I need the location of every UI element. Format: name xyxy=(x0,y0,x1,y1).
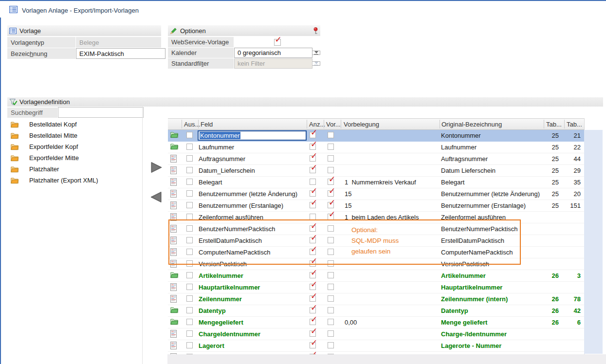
anz-checkbox[interactable]: ✓ xyxy=(310,202,316,208)
column-header-5[interactable]: Original-Bezeichnung xyxy=(441,121,502,128)
anz-checkbox[interactable]: ✓ xyxy=(310,225,316,232)
vor-checkbox[interactable] xyxy=(328,342,334,348)
folder-item[interactable]: Bestelldatei Kopf xyxy=(7,119,106,130)
vor-checkbox[interactable] xyxy=(328,295,334,302)
table-row[interactable]: Zeilennummer✓Zeilennummer (intern)2678 xyxy=(168,293,584,305)
search-input[interactable] xyxy=(58,107,144,118)
aus-checkbox[interactable] xyxy=(186,190,193,197)
vor-checkbox[interactable] xyxy=(328,249,334,255)
aus-checkbox[interactable] xyxy=(186,167,193,173)
vor-checkbox[interactable]: ✓ xyxy=(328,202,334,208)
folder-item[interactable]: Exportfelder Kopf xyxy=(7,141,106,152)
anz-checkbox[interactable]: ✓ xyxy=(310,284,316,290)
vor-checkbox[interactable] xyxy=(328,144,334,150)
anz-checkbox[interactable]: ✓ xyxy=(310,330,316,337)
table-row[interactable]: Lagerort✓Lagerorte - Nummer xyxy=(168,340,584,352)
aus-checkbox[interactable] xyxy=(186,155,193,162)
aus-checkbox[interactable] xyxy=(186,330,193,337)
vor-checkbox[interactable] xyxy=(328,330,334,337)
anz-checkbox[interactable] xyxy=(310,214,316,220)
red-check-icon: ✓ xyxy=(329,199,335,207)
table-row[interactable]: Zeilenformel ausführen✓1 beim Laden des … xyxy=(168,212,584,223)
vor-checkbox[interactable] xyxy=(328,272,334,278)
feld-edit-input[interactable]: Kontonummer xyxy=(198,130,307,141)
vor-checkbox[interactable] xyxy=(328,237,334,243)
aus-checkbox[interactable] xyxy=(186,214,193,220)
vor-checkbox[interactable] xyxy=(328,225,334,232)
aus-checkbox[interactable] xyxy=(186,295,193,302)
anz-checkbox[interactable]: ✓ xyxy=(310,260,316,267)
anz-checkbox[interactable]: ✓ xyxy=(310,272,316,278)
aus-checkbox[interactable] xyxy=(186,307,193,313)
vor-checkbox[interactable] xyxy=(328,307,334,313)
move-left-button[interactable] xyxy=(150,191,163,203)
table-row[interactable]: Datentyp✓Datentyp2642 xyxy=(168,305,584,317)
aus-checkbox[interactable] xyxy=(186,237,193,243)
column-header-6[interactable]: Tab... xyxy=(546,121,562,128)
anz-checkbox[interactable]: ✓ xyxy=(310,319,316,325)
vor-checkbox[interactable] xyxy=(328,319,334,325)
anz-checkbox[interactable]: ✓ xyxy=(310,144,316,150)
red-check-icon: ✓ xyxy=(311,304,317,312)
aus-checkbox[interactable] xyxy=(186,319,193,325)
selected-text: Kontonummer xyxy=(200,132,240,139)
vor-checkbox[interactable] xyxy=(328,155,334,162)
column-header-1[interactable]: Feld xyxy=(201,121,213,128)
pin-icon[interactable] xyxy=(313,27,318,35)
anz-checkbox[interactable]: ✓ xyxy=(310,167,316,173)
aus-checkbox[interactable] xyxy=(186,284,193,290)
table-row[interactable]: Belegart✓1 Nummernkreis VerkaufBelegart2… xyxy=(168,177,584,188)
bezeichnung-input[interactable] xyxy=(76,48,165,59)
webservice-vorlage-checkbox[interactable]: ✓ xyxy=(274,39,281,46)
aus-checkbox[interactable] xyxy=(186,132,193,138)
red-check-icon: ✓ xyxy=(311,128,317,137)
table-row[interactable]: Auftragsnummer✓Auftragsnummer2544 xyxy=(168,153,584,165)
aus-checkbox[interactable] xyxy=(186,272,193,278)
table-row[interactable]: Hauptartikelnummer✓Hauptartikelnummer xyxy=(168,282,584,293)
table-row[interactable]: Artikelnummer✓Artikelnummer263 xyxy=(168,270,584,282)
table-row[interactable]: Benutzernummer (letzte Änderung)✓✓15Benu… xyxy=(168,188,584,200)
folder-item[interactable]: Platzhalter xyxy=(7,164,106,175)
anz-checkbox[interactable] xyxy=(310,179,316,185)
anz-checkbox[interactable]: ✓ xyxy=(310,307,316,313)
folder-item[interactable]: Bestelldatei Mitte xyxy=(7,130,106,141)
aus-checkbox[interactable] xyxy=(186,342,193,348)
aus-checkbox[interactable] xyxy=(186,249,193,255)
column-header-3[interactable]: Vor... xyxy=(326,121,341,128)
column-header-4[interactable]: Vorbelegung xyxy=(344,121,379,128)
table-row[interactable]: Benutzernummer (Erstanlage)✓✓15Benutzern… xyxy=(168,200,584,212)
table-row[interactable]: VersionPacktisch✓VersionPacktisch xyxy=(168,258,584,270)
anz-checkbox[interactable]: ✓ xyxy=(310,155,316,162)
folder-item[interactable]: Exportfelder Mitte xyxy=(7,152,106,164)
standardfilter-value: kein Filter xyxy=(234,58,312,69)
aus-checkbox[interactable] xyxy=(186,225,193,232)
table-row[interactable]: Laufnummer✓Laufnummer2522 xyxy=(168,142,584,153)
aus-checkbox[interactable] xyxy=(186,260,193,267)
vor-checkbox[interactable]: ✓ xyxy=(328,214,334,220)
aus-checkbox[interactable] xyxy=(186,202,193,208)
vor-checkbox[interactable] xyxy=(328,132,334,138)
vor-checkbox[interactable] xyxy=(328,260,334,267)
vor-checkbox[interactable] xyxy=(328,284,334,290)
table-row[interactable]: Datum_Lieferschein✓Datum Lieferschein252… xyxy=(168,165,584,177)
vor-checkbox[interactable]: ✓ xyxy=(328,190,334,197)
table-row[interactable]: Kontonummer✓Kontonummer2521 xyxy=(168,130,584,142)
anz-checkbox[interactable]: ✓ xyxy=(310,342,316,348)
kalender-dropdown-button[interactable] xyxy=(312,51,320,55)
table-row[interactable]: ChargeIdentnummer✓Charge-/Identnummer xyxy=(168,328,584,340)
column-header-7[interactable]: Tab... xyxy=(567,121,582,128)
aus-checkbox[interactable] xyxy=(186,144,193,150)
folder-item[interactable]: Platzhalter (Export XML) xyxy=(7,175,106,186)
vor-checkbox[interactable]: ✓ xyxy=(328,179,334,185)
anz-checkbox[interactable]: ✓ xyxy=(310,132,316,138)
anz-checkbox[interactable]: ✓ xyxy=(310,237,316,243)
anz-checkbox[interactable]: ✓ xyxy=(310,249,316,255)
aus-checkbox[interactable] xyxy=(186,179,193,185)
column-separator xyxy=(564,120,565,128)
move-right-button[interactable] xyxy=(150,162,163,173)
table-row[interactable]: Mengegeliefert✓0,00Menge geliefert266 xyxy=(168,317,584,328)
anz-checkbox[interactable]: ✓ xyxy=(310,190,316,197)
column-header-2[interactable]: Anz... xyxy=(309,121,325,128)
anz-checkbox[interactable]: ✓ xyxy=(310,295,316,302)
vor-checkbox[interactable] xyxy=(328,167,334,173)
